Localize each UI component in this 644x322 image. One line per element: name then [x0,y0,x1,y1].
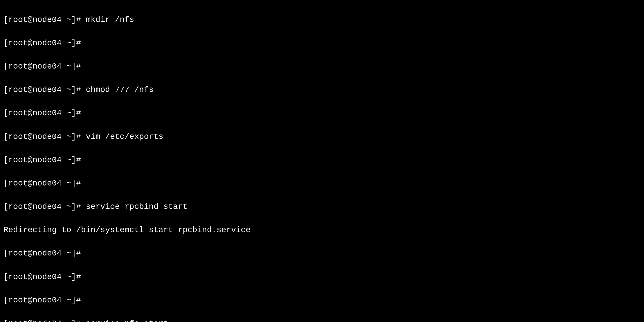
terminal-prompt-line: [root@node04 ~]# [3,178,641,190]
terminal-prompt-line: [root@node04 ~]# [3,248,641,260]
terminal-prompt-line: [root@node04 ~]# service nfs start [3,318,641,322]
terminal-prompt-line: [root@node04 ~]# mkdir /nfs [3,14,641,26]
terminal-prompt-line: [root@node04 ~]# [3,271,641,283]
terminal-prompt-line: [root@node04 ~]# [3,37,641,49]
terminal-prompt-line: [root@node04 ~]# [3,107,641,119]
terminal-prompt-line: [root@node04 ~]# [3,295,641,306]
terminal-prompt-line: [root@node04 ~]# chmod 777 /nfs [3,84,641,96]
terminal-prompt-line: [root@node04 ~]# vim /etc/exports [3,131,641,143]
terminal-window[interactable]: [root@node04 ~]# mkdir /nfs [root@node04… [3,2,641,322]
terminal-prompt-line: [root@node04 ~]# [3,154,641,166]
terminal-prompt-line: [root@node04 ~]# service rpcbind start [3,201,641,213]
terminal-output-line: Redirecting to /bin/systemctl start rpcb… [3,224,641,236]
terminal-prompt-line: [root@node04 ~]# [3,61,641,73]
